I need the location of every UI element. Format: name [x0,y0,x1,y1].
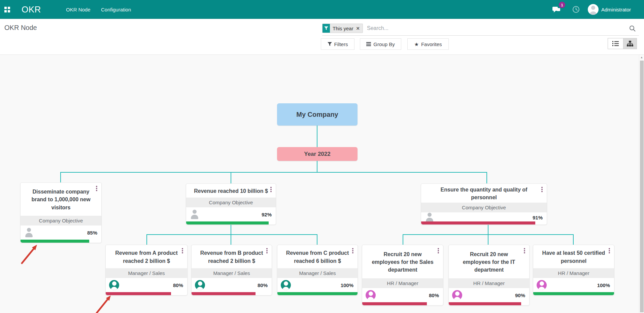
kebab-menu-icon[interactable] [181,248,184,253]
search-input[interactable] [367,24,623,32]
hierarchy-view-button[interactable] [623,38,637,49]
control-panel: OKR Node This year ✕ Filters Group By ★ … [0,19,644,55]
user-name[interactable]: Administrator [601,0,631,19]
kebab-menu-icon[interactable] [437,248,440,253]
connector-line [403,234,574,235]
card-subtitle: Manager / Sales [106,268,187,278]
facet-label: This year [330,24,355,33]
card-subtitle: Company Objective [186,198,276,207]
person-silhouette-icon [24,228,34,238]
triple-bars-icon [366,42,371,46]
okr-card[interactable]: Revenue from A product reached 2 billion… [105,245,188,295]
okr-card[interactable]: Recruit 20 new employees for the IT depa… [448,245,530,306]
kebab-menu-icon[interactable] [351,248,354,253]
owner-avatar [537,280,547,290]
search-underline [322,35,639,36]
okr-card[interactable]: Revenue from C product reached 6 billion… [277,245,358,295]
progress-bar [21,240,101,243]
progress-bar [362,302,443,305]
card-title: Disseminate company brand to 1,000,000 n… [21,183,101,216]
scrollbar-thumb[interactable] [640,61,644,312]
progress-percent: 85% [87,230,97,236]
card-subtitle: HR / Manager [533,268,614,278]
top-navbar: OKR OKR Node Configuration 1 Administrat… [0,0,644,19]
okr-card[interactable]: Recruit 20 new employees for the Sales d… [362,245,443,306]
connector-line [60,172,61,182]
funnel-icon [328,42,332,46]
progress-percent: 80% [429,292,439,298]
okr-card[interactable]: Disseminate company brand to 1,000,000 n… [20,182,102,243]
connector-line [317,234,317,245]
app-brand: OKR [22,0,41,19]
search-icon[interactable] [629,25,636,33]
vertical-scrollbar[interactable]: ▲ [639,55,644,313]
owner-avatar [109,280,119,290]
list-view-button[interactable] [608,38,623,49]
kebab-menu-icon[interactable] [523,248,526,253]
connector-line [317,126,317,147]
search-facet: This year ✕ [322,24,363,33]
user-avatar[interactable] [588,4,599,15]
okr-card[interactable]: Ensure the quantity and quality of perso… [421,183,547,225]
connector-line [573,234,574,245]
connector-line [403,234,403,245]
card-title: Revenue from B product reached 2 billion… [192,245,272,268]
card-subtitle: HR / Manager [362,278,443,288]
owner-avatar [452,290,462,300]
card-subtitle: HR / Manager [449,278,529,288]
breadcrumb: OKR Node [4,24,37,32]
owner-avatar [281,280,291,290]
okr-card[interactable]: Revenue reached 10 billion $ Company Obj… [186,183,276,225]
card-title: Revenue from A product reached 2 billion… [106,245,187,268]
card-subtitle: Manager / Sales [277,268,358,278]
company-root-node[interactable]: My Company [277,103,358,126]
card-title: Revenue from C product reached 6 billion… [277,245,358,268]
progress-percent: 80% [258,282,268,288]
progress-percent: 92% [262,212,272,217]
connector-line [231,172,231,183]
card-title: Ensure the quantity and quality of perso… [421,184,547,203]
progress-bar [106,292,187,295]
card-subtitle: Manager / Sales [192,268,272,278]
connector-line [60,172,487,173]
progress-percent: 100% [597,282,610,288]
owner-avatar [366,290,376,300]
star-icon: ★ [414,42,418,47]
connector-line [146,234,147,245]
kebab-menu-icon[interactable] [608,248,611,253]
period-node[interactable]: Year 2022 [277,147,358,161]
message-count-badge: 1 [559,2,565,8]
favorites-button[interactable]: ★ Favorites [407,38,449,50]
progress-percent: 90% [515,292,525,298]
progress-bar [449,302,529,305]
card-subtitle: Company Objective [421,203,547,212]
kebab-menu-icon[interactable] [269,187,273,192]
okr-hierarchy-canvas: My Company Year 2022 Disseminate company… [0,55,644,313]
okr-card[interactable]: Have at least 50 certified personnel HR … [533,245,614,295]
facet-filter-funnel-icon [323,24,330,33]
kebab-menu-icon[interactable] [265,248,269,253]
connector-line [146,234,317,235]
owner-avatar [195,280,205,290]
progress-bar [421,221,547,224]
scrollbar-up-arrow-icon[interactable]: ▲ [639,56,644,59]
facet-remove-icon[interactable]: ✕ [355,24,363,33]
progress-bar [186,221,276,224]
kebab-menu-icon[interactable] [95,186,98,191]
apps-grid-icon[interactable] [4,0,10,19]
card-title: Have at least 50 certified personnel [533,245,614,268]
card-title: Revenue reached 10 billion $ [186,184,276,198]
menu-configuration[interactable]: Configuration [101,0,131,19]
filters-button[interactable]: Filters [321,38,354,50]
person-silhouette-icon [190,209,200,219]
progress-percent: 91% [533,215,543,220]
list-view-icon [612,41,619,46]
card-title: Recruit 20 new employees for the IT depa… [449,245,529,278]
kebab-menu-icon[interactable] [540,187,544,192]
okr-card[interactable]: Revenue from B product reached 2 billion… [191,245,272,295]
activity-clock-icon[interactable] [572,0,580,19]
connector-line [317,161,317,172]
group-by-button[interactable]: Group By [360,38,401,50]
org-chart-view-icon [627,41,633,46]
menu-okr-node[interactable]: OKR Node [66,0,91,19]
